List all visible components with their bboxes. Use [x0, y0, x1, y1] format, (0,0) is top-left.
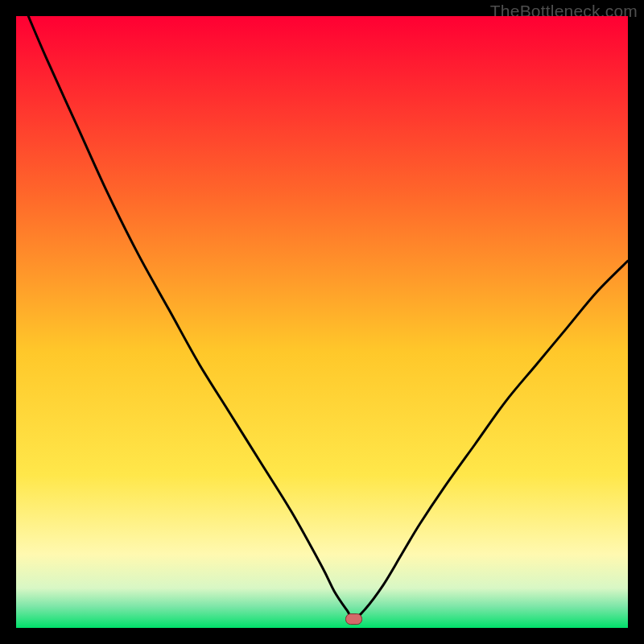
gradient-background: [16, 16, 628, 628]
chart-frame: TheBottleneck.com: [0, 0, 644, 644]
minimum-marker: [346, 614, 362, 625]
bottleneck-chart: [16, 16, 628, 628]
